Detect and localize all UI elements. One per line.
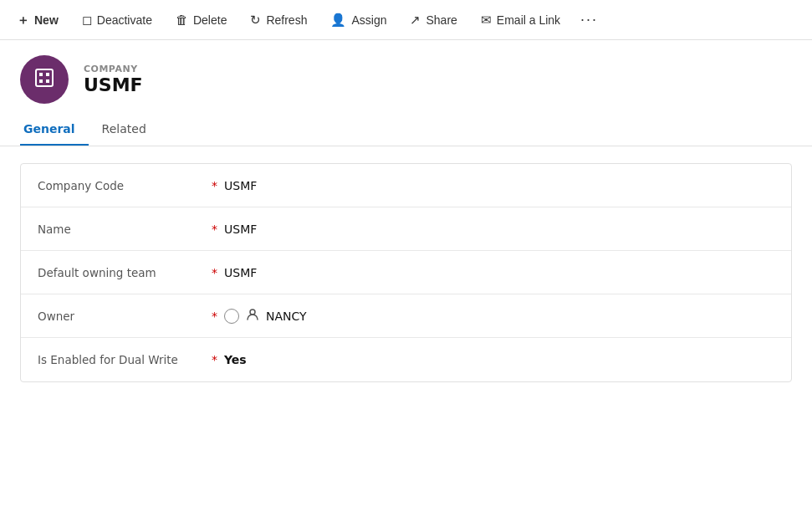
owning-team-required: * bbox=[212, 266, 217, 279]
form-row-owning-team: Default owning team * USMF bbox=[21, 251, 791, 294]
form-row-name: Name * USMF bbox=[21, 207, 791, 251]
form-container: Company Code * USMF Name * USMF Default … bbox=[20, 163, 792, 382]
company-code-required: * bbox=[212, 179, 217, 192]
tab-general[interactable]: General bbox=[20, 114, 89, 146]
tabs-bar: General Related bbox=[0, 114, 812, 146]
delete-icon: 🗑 bbox=[176, 13, 188, 26]
company-avatar bbox=[20, 55, 69, 104]
deactivate-button-label: Deactivate bbox=[97, 13, 152, 27]
company-code-label: Company Code bbox=[38, 179, 205, 192]
toolbar: ＋ New ◻ Deactivate 🗑 Delete ↻ Refresh 👤 … bbox=[0, 0, 812, 40]
company-avatar-icon bbox=[33, 67, 55, 93]
new-button[interactable]: ＋ New bbox=[7, 8, 69, 32]
deactivate-icon: ◻ bbox=[82, 13, 92, 26]
tab-related[interactable]: Related bbox=[99, 114, 160, 146]
more-options-button[interactable]: ··· bbox=[574, 6, 605, 33]
entity-name: USMF bbox=[84, 74, 143, 95]
svg-rect-0 bbox=[36, 69, 53, 86]
name-required: * bbox=[212, 223, 217, 236]
email-button-label: Email a Link bbox=[497, 13, 560, 27]
refresh-button-label: Refresh bbox=[266, 13, 307, 27]
delete-button-label: Delete bbox=[193, 13, 227, 27]
owner-required: * bbox=[212, 310, 217, 323]
page-header: COMPANY USMF bbox=[0, 40, 812, 114]
company-info: COMPANY USMF bbox=[84, 64, 143, 95]
svg-rect-2 bbox=[46, 73, 49, 76]
refresh-button[interactable]: ↻ Refresh bbox=[240, 8, 317, 32]
form-row-dual-write: Is Enabled for Dual Write * Yes bbox=[21, 338, 791, 381]
company-code-value[interactable]: USMF bbox=[224, 179, 257, 192]
svg-rect-1 bbox=[39, 73, 43, 76]
plus-icon: ＋ bbox=[17, 13, 29, 26]
form-row-owner: Owner * NANCY bbox=[21, 294, 791, 338]
deactivate-button[interactable]: ◻ Deactivate bbox=[72, 8, 162, 32]
assign-button-label: Assign bbox=[351, 13, 386, 27]
email-icon: ✉ bbox=[481, 13, 492, 26]
owner-person-icon bbox=[246, 308, 259, 325]
share-button[interactable]: ↗ Share bbox=[400, 8, 467, 32]
delete-button[interactable]: 🗑 Delete bbox=[166, 8, 237, 32]
owning-team-value[interactable]: USMF bbox=[224, 266, 257, 279]
email-link-button[interactable]: ✉ Email a Link bbox=[471, 8, 570, 32]
share-icon: ↗ bbox=[410, 13, 421, 26]
more-options-label: ··· bbox=[580, 11, 598, 28]
owner-label: Owner bbox=[38, 310, 205, 323]
entity-type-label: COMPANY bbox=[84, 64, 143, 74]
svg-point-5 bbox=[250, 310, 255, 315]
name-value[interactable]: USMF bbox=[224, 223, 257, 236]
new-button-label: New bbox=[34, 13, 59, 27]
assign-icon: 👤 bbox=[330, 13, 346, 26]
dual-write-required: * bbox=[212, 353, 217, 366]
name-label: Name bbox=[38, 223, 205, 236]
owner-name-value[interactable]: NANCY bbox=[266, 310, 307, 323]
form-row-company-code: Company Code * USMF bbox=[21, 164, 791, 207]
owner-value-container: NANCY bbox=[224, 308, 307, 325]
svg-rect-3 bbox=[39, 79, 43, 83]
share-button-label: Share bbox=[426, 13, 457, 27]
owning-team-label: Default owning team bbox=[38, 266, 205, 279]
svg-rect-4 bbox=[46, 79, 49, 83]
refresh-icon: ↻ bbox=[250, 13, 261, 26]
assign-button[interactable]: 👤 Assign bbox=[320, 8, 396, 32]
owner-circle-icon bbox=[224, 309, 239, 324]
dual-write-value[interactable]: Yes bbox=[224, 353, 247, 366]
dual-write-label: Is Enabled for Dual Write bbox=[38, 353, 205, 366]
